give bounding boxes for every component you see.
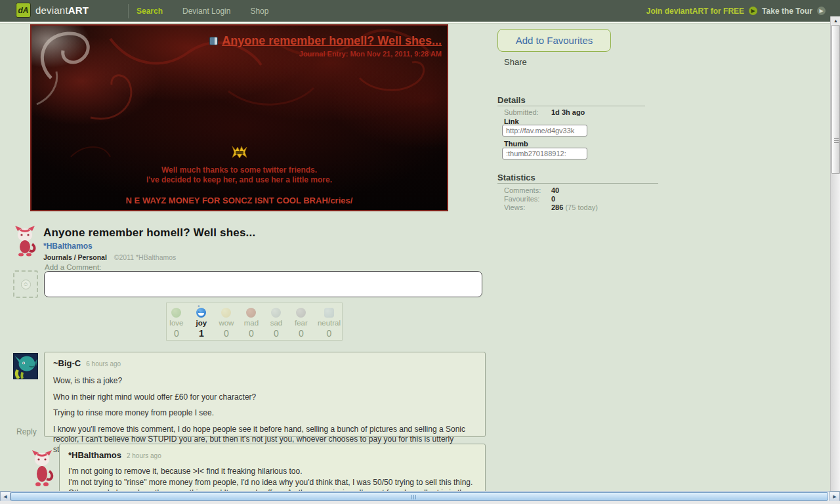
mood-love[interactable]: love 0: [168, 308, 185, 340]
comment-paragraph: Wow, is this a joke?: [53, 376, 476, 387]
mood-fear[interactable]: fear 0: [293, 308, 310, 340]
journal-title-link[interactable]: Anyone remember homell? Well shes...: [222, 34, 442, 48]
neutral-emote-icon: [324, 308, 334, 318]
add-to-favourites-button[interactable]: Add to Favourites: [497, 29, 611, 52]
journal-date: Journal Entry: Mon Nov 21, 2011, 9:28 AM: [209, 50, 442, 58]
wow-emote-icon: [221, 308, 231, 318]
comments-stat-value: 40: [551, 186, 559, 194]
deviation-author-link[interactable]: *HBalthamos: [43, 242, 93, 251]
journal-line: I've decided to keep her, and use her a …: [32, 175, 447, 185]
horizontal-scroll-thumb[interactable]: [10, 492, 828, 501]
link-field[interactable]: [502, 125, 587, 136]
smiley-placeholder-icon: ☺: [21, 280, 31, 289]
comment: ~Big-C 6 hours ago Wow, is this a joke? …: [44, 352, 486, 437]
thumb-field[interactable]: [502, 148, 587, 159]
explosion-emote-icon: [231, 146, 248, 159]
statistics-heading: Statistics: [497, 173, 536, 182]
comment-paragraph: Who in their right mind would offer £60 …: [53, 392, 476, 403]
thumb-label: Thumb: [504, 140, 528, 148]
reply-link[interactable]: Reply: [16, 427, 37, 436]
deviantart-logo[interactable]: dA deviantART: [16, 3, 89, 18]
mood-neutral[interactable]: neutral 0: [318, 308, 341, 340]
mood-wow[interactable]: wow 0: [218, 308, 235, 340]
submitted-value: 1d 3h ago: [551, 108, 585, 116]
statistics-divider: [497, 183, 658, 184]
journal-header: Anyone remember homell? Well shes... Jou…: [209, 34, 442, 58]
add-comment-label: Add a Comment:: [45, 263, 101, 271]
nav-shop[interactable]: Shop: [250, 7, 268, 16]
journal-line: Well much thanks to some twitter friends…: [32, 165, 447, 175]
commenter-avatar[interactable]: [13, 353, 38, 379]
deviation-title: Anyone remember homell? Well shes...: [43, 226, 255, 240]
comment-paragraph: Trying to rinse more money from people I…: [53, 408, 476, 419]
sad-emote-icon: [271, 308, 281, 318]
comment-timestamp: 2 hours ago: [127, 452, 161, 459]
views-today-extra: (75 today): [565, 203, 598, 211]
mood-bar: love 0 joy 1 wow 0 mad 0 sad 0 fear 0 ne…: [166, 303, 343, 341]
reply-author-avatar[interactable]: [29, 450, 55, 490]
mad-emote-icon: [246, 308, 256, 318]
deviantart-logo-text: deviantART: [35, 5, 89, 16]
join-deviantart-link[interactable]: Join deviantART for FREE: [646, 7, 744, 16]
deviation-category[interactable]: Journals / Personal: [43, 253, 107, 261]
join-arrow-icon: ▶: [749, 7, 757, 15]
views-stat-label: Views:: [504, 203, 525, 211]
journal-body: Well much thanks to some twitter friends…: [32, 146, 447, 211]
take-the-tour-link[interactable]: Take the Tour: [762, 7, 812, 16]
joy-emote-icon: [196, 308, 206, 318]
bottom-status-strip: [0, 501, 840, 504]
deviantart-logo-icon: dA: [16, 3, 31, 18]
deviation-copyright: ©2011 *HBalthamos: [114, 253, 177, 261]
fear-emote-icon: [296, 308, 306, 318]
author-avatar[interactable]: [12, 226, 37, 257]
header-nav: Search Deviant Login Shop: [128, 0, 288, 22]
vertical-scroll-thumb[interactable]: [831, 25, 840, 174]
comments-stat-label: Comments:: [504, 186, 541, 194]
nav-search[interactable]: Search: [136, 7, 163, 16]
header-divider: [0, 22, 840, 24]
mood-joy[interactable]: joy 1: [193, 308, 210, 340]
mood-sad[interactable]: sad 0: [268, 308, 285, 340]
journal-line: N E WAYZ MONEY FOR SONCZ ISNT COOL BRAH/…: [32, 196, 447, 206]
scroll-up-arrow-icon[interactable]: ▲: [831, 16, 840, 25]
views-stat-value: 286 (75 today): [551, 203, 598, 211]
header-right: Join deviantART for FREE ▶ Take the Tour…: [646, 0, 826, 22]
favourites-stat-label: Favourites:: [504, 195, 539, 203]
scroll-left-arrow-icon[interactable]: ◀: [0, 492, 10, 501]
comment-author-link[interactable]: *HBalthamos: [68, 450, 121, 460]
scroll-right-arrow-icon[interactable]: ▶: [830, 492, 840, 501]
scroll-grip-icon: [834, 138, 839, 144]
share-link[interactable]: Share: [504, 57, 527, 67]
love-emote-icon: [171, 308, 181, 318]
journal-book-icon: [209, 37, 218, 45]
details-divider: [497, 106, 645, 106]
site-header: dA deviantART Search Deviant Login Shop …: [0, 0, 840, 22]
comment-timestamp: 6 hours ago: [86, 360, 121, 368]
journal-panel: Anyone remember homell? Well shes... Jou…: [30, 24, 448, 211]
comment-line: I'm not going to remove it, because >I< …: [68, 467, 476, 477]
mood-mad[interactable]: mad 0: [243, 308, 260, 340]
tour-arrow-icon: ▶: [817, 7, 826, 15]
vertical-scrollbar[interactable]: ▲: [830, 16, 840, 491]
nav-divider: [128, 4, 129, 18]
anonymous-avatar-placeholder: ☺: [13, 270, 38, 298]
deviation-info: Anyone remember homell? Well shes... *HB…: [43, 226, 255, 261]
horizontal-scrollbar[interactable]: ◀ ▶: [0, 491, 840, 501]
comment-input[interactable]: [44, 271, 482, 297]
favourites-stat-value: 0: [551, 195, 555, 203]
scroll-grip-icon: [411, 495, 416, 499]
nav-deviant-login[interactable]: Deviant Login: [182, 7, 230, 16]
details-heading: Details: [497, 95, 526, 105]
comment-author-link[interactable]: ~Big-C: [53, 358, 81, 368]
submitted-label: Submitted:: [504, 108, 539, 116]
